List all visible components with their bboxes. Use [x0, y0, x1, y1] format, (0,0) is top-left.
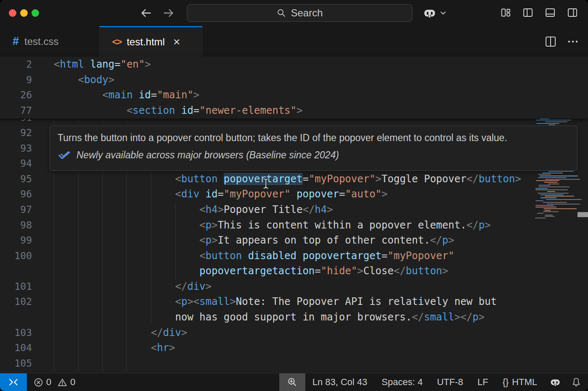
more-actions-icon[interactable]	[567, 36, 579, 47]
copilot-icon	[423, 6, 437, 20]
maximize-window-button[interactable]	[32, 9, 39, 17]
minimap-line	[541, 197, 556, 198]
minimap-line	[536, 200, 543, 201]
line-number: 93	[0, 141, 32, 156]
indent-guide	[78, 340, 79, 356]
encoding-status[interactable]: UTF-8	[437, 377, 463, 388]
code-line[interactable]: popovertargetaction="hide">Close</button…	[0, 263, 534, 279]
error-count: 0	[46, 377, 51, 388]
code-line[interactable]: 104<hr>	[0, 340, 534, 356]
tab-test-html[interactable]: <> test.html ×	[100, 26, 202, 57]
warning-count: 0	[70, 377, 75, 388]
indent-guide	[175, 202, 176, 218]
copilot-menu-button[interactable]	[423, 6, 446, 20]
close-window-button[interactable]	[9, 9, 16, 17]
minimap-line	[542, 173, 563, 173]
minimize-window-button[interactable]	[20, 9, 28, 17]
tab-label: test.css	[24, 36, 58, 47]
code-token: =	[151, 89, 157, 101]
code-token: </	[302, 204, 315, 215]
indentation-status[interactable]: Spaces: 4	[382, 377, 423, 388]
problems-indicator[interactable]: 0 0	[34, 377, 79, 388]
toggle-primary-sidebar-icon[interactable]	[522, 7, 533, 18]
language-mode-status[interactable]: {} HTML	[502, 377, 537, 388]
line-number: 99	[0, 233, 32, 248]
copilot-status-button[interactable]	[549, 376, 561, 388]
indent-guide	[54, 233, 54, 248]
code-token: div	[187, 281, 205, 292]
zoom-status-button[interactable]	[279, 373, 305, 391]
code-line[interactable]: 99<p>It appears on top of other content.…	[0, 233, 534, 248]
minimap-line	[548, 171, 574, 172]
code-line[interactable]: 100<button disabled popovertarget="myPop…	[0, 248, 534, 264]
toggle-secondary-sidebar-icon[interactable]	[567, 7, 578, 18]
code-token: popover	[297, 188, 339, 200]
editor-pane[interactable]: 9192939495<button popovertarget="myPopov…	[0, 57, 588, 373]
code-line[interactable]: 102<p><small>Note: The Popover API is re…	[0, 294, 534, 310]
minimap-line	[547, 191, 555, 192]
minimap-line	[538, 185, 550, 186]
line-number: 102	[0, 294, 32, 310]
indent-guide	[102, 263, 103, 279]
minimap-line	[535, 218, 546, 218]
html-file-icon: <>	[112, 37, 121, 47]
split-editor-icon[interactable]	[544, 35, 557, 48]
code-line[interactable]: 2<html lang="en">	[0, 57, 534, 72]
code-token: <	[200, 234, 205, 246]
indent-guide	[126, 186, 127, 202]
code-token: >	[212, 219, 218, 231]
toggle-panel-icon[interactable]	[545, 7, 556, 18]
code-token: =	[381, 250, 387, 262]
indent-guide	[102, 233, 103, 248]
code-token: >	[442, 265, 448, 277]
customize-layout-icon[interactable]	[500, 7, 511, 18]
notifications-button[interactable]	[571, 377, 581, 387]
code-token: </	[460, 311, 472, 323]
code-line[interactable]: 77<section id="newer-elements">	[0, 103, 534, 118]
code-token: id	[205, 188, 218, 200]
eol-status[interactable]: LF	[478, 377, 488, 388]
code-token: >	[108, 74, 114, 86]
code-line[interactable]: 97<h4>Popover Title</h4>	[0, 202, 534, 218]
code-token: "hide"	[321, 265, 357, 277]
code-token: h4	[205, 204, 218, 215]
minimap-line	[538, 186, 570, 187]
code-line[interactable]: 98<p>This is content within a popover el…	[0, 218, 534, 233]
code-line[interactable]: 26<main id="main">	[0, 87, 534, 103]
code-line[interactable]: 105	[0, 356, 534, 371]
indent-guide	[151, 233, 151, 248]
indent-guide	[54, 325, 54, 341]
indent-guide	[151, 279, 151, 294]
remote-indicator[interactable]	[0, 373, 27, 391]
back-arrow-icon[interactable]	[140, 7, 152, 19]
minimap-line	[538, 174, 551, 175]
indent-guide	[78, 279, 79, 294]
minimap-marker[interactable]	[578, 212, 588, 217]
indent-guide	[126, 218, 127, 233]
minimap-line	[536, 189, 568, 190]
code-line[interactable]: now has good support in major browsers.<…	[0, 310, 534, 325]
search-input[interactable]: Search	[187, 4, 412, 22]
forward-arrow-icon[interactable]	[162, 7, 175, 19]
code-token: </	[430, 234, 442, 246]
indent-guide	[151, 310, 151, 325]
code-line[interactable]: 9<body>	[0, 72, 534, 88]
indent-guide	[102, 340, 103, 356]
code-line[interactable]: 103</div>	[0, 325, 534, 341]
cursor-position-status[interactable]: Ln 83, Col 43	[312, 377, 368, 388]
sticky-scroll[interactable]: 2<html lang="en">9<body>26<main id="main…	[0, 57, 588, 118]
close-tab-icon[interactable]: ×	[173, 36, 180, 48]
code-token: p	[442, 234, 448, 246]
indent-guide	[126, 325, 127, 341]
title-bar: Search	[0, 0, 588, 26]
line-number: 103	[0, 325, 32, 341]
indent-guide	[54, 294, 54, 310]
tab-test-css[interactable]: # test.css	[0, 26, 100, 57]
indent-guide	[175, 248, 176, 264]
code-token: >	[230, 296, 236, 307]
indent-guide	[126, 248, 127, 264]
minimap-line	[545, 196, 574, 197]
line-number: 101	[0, 279, 32, 294]
code-line[interactable]: 101</div>	[0, 279, 534, 294]
baseline-icon	[58, 150, 72, 160]
